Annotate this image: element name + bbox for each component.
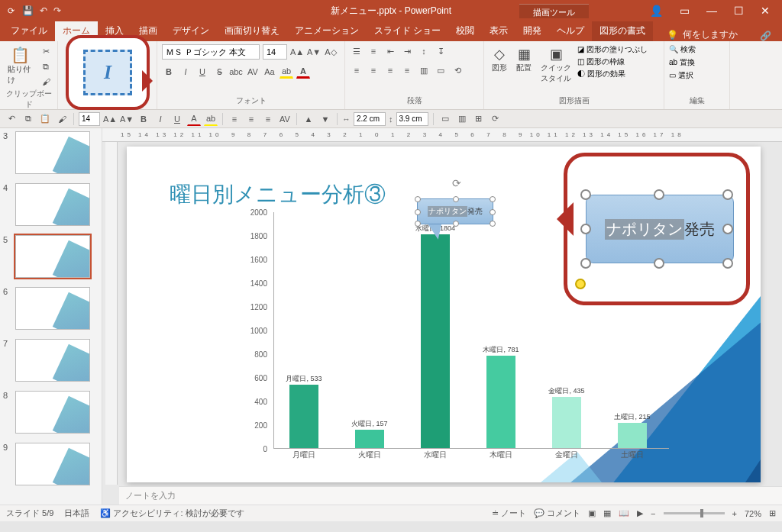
comments-button[interactable]: 💬 コメント [534, 508, 580, 519]
text-direction-icon[interactable]: ↧ [434, 44, 448, 58]
view-reading-icon[interactable]: 📖 [619, 508, 629, 518]
mt-underline-icon[interactable]: U [170, 112, 184, 126]
resize-handle-n[interactable] [453, 196, 459, 202]
undo-icon[interactable]: ↶ [40, 5, 47, 16]
mt-width-input[interactable] [354, 112, 386, 126]
close-icon[interactable]: ✕ [761, 5, 770, 17]
mt-bold-icon[interactable]: B [137, 112, 150, 126]
mt-highlight-icon[interactable]: ab [204, 112, 218, 126]
fit-window-icon[interactable]: ⊞ [769, 508, 776, 518]
thumbnail-row[interactable]: 8 [3, 391, 99, 434]
shape-outline-button[interactable]: ◫ 図形の枠線 [577, 56, 648, 67]
thumbnail-row[interactable]: 9 [3, 443, 99, 485]
slide[interactable]: 曜日別メニュー分析③ 02004006008001000120014001600… [127, 147, 761, 482]
select-button[interactable]: ▭ 選択 [669, 70, 693, 81]
thumbnail[interactable] [15, 131, 90, 174]
notes-pane[interactable]: ノートを入力 [119, 486, 782, 505]
font-color-icon[interactable]: A [296, 65, 310, 79]
clear-format-icon[interactable]: A◇ [324, 45, 338, 59]
chart-bar[interactable]: 火曜日, 157 [355, 430, 384, 448]
redo-icon[interactable]: ↷ [53, 5, 61, 16]
underline-icon[interactable]: U [196, 65, 209, 79]
shadow-icon[interactable]: abc [229, 65, 243, 79]
columns-icon[interactable]: ▥ [417, 63, 431, 77]
mt-undo-icon[interactable]: ↶ [5, 112, 18, 126]
thumbnail[interactable] [15, 183, 90, 226]
strike-icon[interactable]: S̶ [212, 65, 226, 79]
minimize-icon[interactable]: — [706, 5, 717, 17]
zoom-out-icon[interactable]: − [651, 509, 655, 518]
tab-transitions[interactable]: 画面切り替え [217, 21, 287, 41]
shape-effects-button[interactable]: ◐ 図形の効果 [577, 69, 648, 79]
resize-handle-w[interactable] [415, 209, 421, 215]
indent-dec-icon[interactable]: ⇤ [383, 44, 397, 58]
shape-fill-button[interactable]: ◪ 図形の塗りつぶし [577, 44, 648, 55]
chart-bar[interactable]: 木曜日, 781 [486, 356, 515, 448]
mt-send-back-icon[interactable]: ▼ [318, 112, 332, 126]
bullets-icon[interactable]: ☰ [350, 44, 364, 58]
save-icon[interactable]: 💾 [22, 5, 34, 16]
font-size-combo[interactable] [263, 44, 287, 60]
cut-icon[interactable]: ✂ [39, 44, 53, 58]
zoom-in-icon[interactable]: + [732, 509, 737, 518]
mt-align-right-icon[interactable]: ≡ [261, 112, 275, 126]
resize-handle-ne[interactable] [490, 196, 496, 202]
account-icon[interactable]: 👤 [650, 5, 663, 17]
font-family-combo[interactable] [162, 44, 260, 60]
align-center-icon[interactable]: ≡ [367, 63, 380, 77]
tab-help[interactable]: ヘルプ [549, 21, 592, 41]
change-case-icon[interactable]: Aa [263, 65, 276, 79]
mt-copy-icon[interactable]: ⧉ [21, 112, 35, 126]
resize-handle-nw[interactable] [415, 196, 421, 202]
paste-button[interactable]: 📋 貼り付け [5, 44, 36, 87]
align-text-icon[interactable]: ▭ [434, 63, 448, 77]
mt-rotate-icon[interactable]: ⟳ [489, 112, 502, 126]
shrink-font-icon[interactable]: A▼ [307, 45, 321, 59]
mt-font-size[interactable] [79, 112, 100, 126]
tab-design[interactable]: デザイン [165, 21, 217, 41]
format-painter-icon[interactable]: 🖌 [39, 75, 53, 89]
slide-title[interactable]: 曜日別メニュー分析③ [170, 180, 386, 209]
highlight-icon[interactable]: ab [280, 65, 293, 79]
language-indicator[interactable]: 日本語 [64, 508, 89, 519]
chart-bar[interactable]: 水曜日, 1804 [421, 234, 450, 448]
mt-italic-icon[interactable]: I [153, 112, 167, 126]
mt-align-center-icon[interactable]: ≡ [244, 112, 258, 126]
thumbnail[interactable] [15, 339, 90, 382]
view-slideshow-icon[interactable]: ▶ [637, 508, 643, 518]
mt-group-icon[interactable]: ⊞ [472, 112, 486, 126]
zoom-level[interactable]: 72% [745, 509, 761, 518]
resize-handle-s[interactable] [453, 221, 459, 227]
view-sorter-icon[interactable]: ▦ [603, 508, 611, 518]
tab-file[interactable]: ファイル [3, 21, 55, 41]
tab-review[interactable]: 校閲 [448, 21, 482, 41]
tell-me[interactable]: 💡 何をしますか [653, 28, 738, 41]
align-right-icon[interactable]: ≡ [383, 63, 397, 77]
resize-handle-se[interactable] [490, 221, 496, 227]
smartart-convert-icon[interactable]: ⟲ [451, 63, 464, 77]
char-spacing-icon[interactable]: AV [246, 65, 260, 79]
mt-bring-front-icon[interactable]: ▲ [302, 112, 315, 126]
justify-icon[interactable]: ≡ [400, 63, 414, 77]
mt-font-color-icon[interactable]: A [187, 112, 201, 126]
rotate-handle-icon[interactable]: ⟳ [452, 177, 461, 189]
indent-inc-icon[interactable]: ⇥ [400, 44, 414, 58]
thumbnail-row[interactable]: 3 [3, 131, 99, 174]
share-button[interactable]: 🔗 [760, 31, 782, 41]
mt-align-icon[interactable]: ▭ [438, 112, 452, 126]
thumbnail[interactable] [15, 287, 90, 330]
mt-spacing-icon[interactable]: AV [278, 112, 292, 126]
tab-animations[interactable]: アニメーション [287, 21, 367, 41]
tab-shape-format[interactable]: 図形の書式 [592, 21, 653, 41]
maximize-icon[interactable]: ☐ [734, 5, 744, 17]
thumbnail-row[interactable]: 4 [3, 183, 99, 226]
mt-paste-icon[interactable]: 📋 [38, 112, 52, 126]
grow-font-icon[interactable]: A▲ [290, 45, 304, 59]
tab-view[interactable]: 表示 [482, 21, 515, 41]
mt-grow-font-icon[interactable]: A▲ [103, 112, 117, 126]
ribbon-options-icon[interactable]: ▭ [680, 5, 690, 17]
thumbnail-row[interactable]: 6 [3, 287, 99, 330]
italic-icon[interactable]: I [179, 65, 192, 79]
thumbnail-row[interactable]: 7 [3, 339, 99, 382]
line-spacing-icon[interactable]: ↕ [417, 44, 431, 58]
